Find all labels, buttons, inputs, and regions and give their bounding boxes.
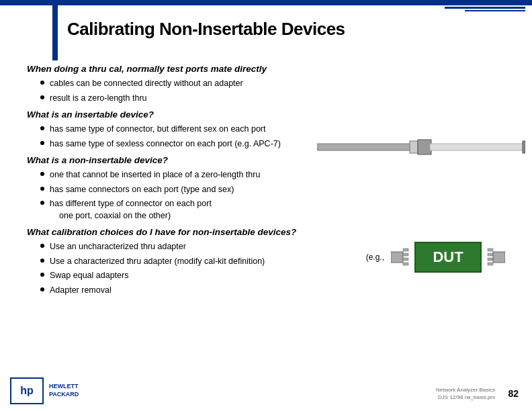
bullet-text: result is a zero-length thru [50,93,147,105]
svg-rect-2 [418,140,431,154]
section-thru-cal: When doing a thru cal, normally test por… [27,64,383,104]
list-item: has same type of connector, but differen… [27,124,383,136]
section-non-insertable: What is a non-insertable device? one tha… [27,155,383,222]
page-title: Calibrating Non-Insertable Devices [67,19,345,40]
company-line2: PACKARD [49,391,79,398]
svg-rect-8 [403,258,408,261]
dut-diagram: (e.g., DUT [366,242,505,273]
bullet-text: Adapter removal [50,285,112,297]
section-cal-choices: What calibration choices do I have for n… [27,227,383,296]
svg-rect-4 [523,141,525,153]
bullet-icon [40,259,44,263]
bullet-text: one that cannot be inserted in place of … [50,169,260,181]
page-number: 82 [508,388,519,399]
svg-rect-5 [391,252,403,263]
hp-logo-text: hp [20,385,34,397]
bullet-text: Swap equal adapters [50,270,128,282]
bullet-icon [40,187,44,191]
bullet-icon [40,287,44,291]
svg-rect-13 [488,263,493,265]
list-item: one that cannot be inserted in place of … [27,169,383,181]
bullet-text: Use a characterized thru adapter (modify… [50,256,265,268]
company-line1: HEWLETT [49,383,79,390]
bullet-text: has same connectors on each port (type a… [50,184,234,196]
bullet-icon [40,244,44,248]
logo-area: hp HEWLETT PACKARD [10,377,79,404]
list-item: Swap equal adapters [27,270,383,282]
dut-text: DUT [433,248,463,265]
heading-thru-cal: When doing a thru cal, normally test por… [27,64,383,74]
list-item: Use an uncharacterized thru adapter [27,241,383,253]
bullet-icon [40,201,44,205]
svg-rect-6 [403,248,408,251]
hp-logo-box: hp [10,377,44,404]
footer-info: Network Analyzer Basics DJS 12/98 na_bas… [436,386,495,401]
list-item: cables can be connected directly without… [27,78,383,90]
top-bar [0,0,532,5]
dut-box: DUT [414,242,482,273]
svg-rect-12 [488,258,493,261]
bullet-icon [40,273,44,277]
svg-rect-0 [317,144,411,150]
svg-rect-14 [493,252,505,263]
heading-cal-choices: What calibration choices do I have for n… [27,227,383,237]
list-item: Adapter removal [27,285,383,297]
list-item: Use a characterized thru adapter (modify… [27,256,383,268]
bullet-text: has same type of sexless connector on ea… [50,138,281,150]
footer-line2: DJS 12/98 na_basis.prs [436,394,495,401]
svg-rect-9 [403,263,408,265]
svg-rect-3 [430,144,524,150]
dut-right-connector [485,245,505,269]
svg-rect-1 [410,141,418,153]
top-right-decoration [445,7,525,11]
footer-line1: Network Analyzer Basics [436,386,495,394]
svg-rect-7 [403,253,408,256]
insertable-device-diagram [317,136,525,161]
svg-rect-10 [488,248,493,251]
bullet-icon [40,95,44,99]
dut-left-connector [391,245,411,269]
heading-insertable: What is an insertable device? [27,109,383,120]
bullet-icon [40,126,44,130]
dut-label: (e.g., [366,253,384,262]
bullet-text: has same type of connector, but differen… [50,124,266,136]
bullet-icon [40,81,44,85]
main-content: When doing a thru cal, normally test por… [27,64,383,302]
bullet-icon [40,141,44,145]
bullet-icon [40,172,44,176]
left-accent-bar [52,0,58,60]
bullet-text: cables can be connected directly without… [50,78,243,90]
bullet-text: Use an uncharacterized thru adapter [50,241,186,253]
list-item: has different type of connector on each … [27,198,383,222]
bullet-text: has different type of connector on each … [50,198,212,222]
list-item: result is a zero-length thru [27,93,383,105]
list-item: has same connectors on each port (type a… [27,184,383,196]
company-name: HEWLETT PACKARD [49,383,79,398]
svg-rect-11 [488,253,493,256]
